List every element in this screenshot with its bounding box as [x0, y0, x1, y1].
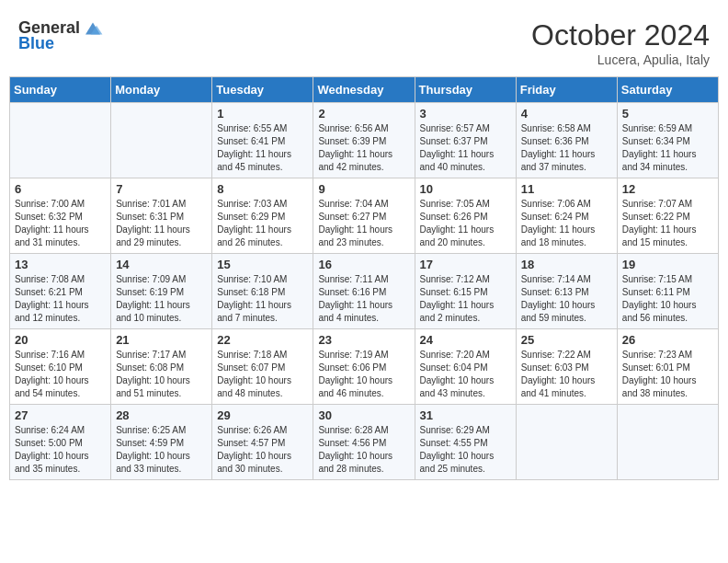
weekday-wednesday: Wednesday — [313, 77, 415, 103]
day-info: Sunrise: 7:10 AM Sunset: 6:18 PM Dayligh… — [217, 273, 308, 325]
day-number: 22 — [217, 333, 308, 347]
day-info: Sunrise: 7:22 AM Sunset: 6:03 PM Dayligh… — [521, 349, 612, 400]
day-info: Sunrise: 7:04 AM Sunset: 6:27 PM Dayligh… — [318, 198, 409, 249]
day-number: 13 — [15, 258, 106, 271]
calendar-cell: 18Sunrise: 7:14 AM Sunset: 6:13 PM Dayli… — [516, 254, 617, 329]
calendar-cell: 17Sunrise: 7:12 AM Sunset: 6:15 PM Dayli… — [415, 254, 516, 329]
day-number: 2 — [318, 107, 409, 121]
page-header: General Blue October 2024 Lucera, Apulia… — [9, 9, 719, 72]
day-info: Sunrise: 7:12 AM Sunset: 6:15 PM Dayligh… — [420, 273, 511, 325]
day-info: Sunrise: 7:03 AM Sunset: 6:29 PM Dayligh… — [217, 198, 308, 249]
calendar-cell: 1Sunrise: 6:55 AM Sunset: 6:41 PM Daylig… — [212, 103, 313, 178]
calendar-cell: 3Sunrise: 6:57 AM Sunset: 6:37 PM Daylig… — [415, 103, 516, 178]
weekday-thursday: Thursday — [415, 77, 516, 103]
calendar-cell: 4Sunrise: 6:58 AM Sunset: 6:36 PM Daylig… — [516, 103, 617, 178]
day-number: 29 — [217, 408, 308, 422]
calendar-cell — [617, 405, 718, 480]
day-info: Sunrise: 6:25 AM Sunset: 4:59 PM Dayligh… — [116, 424, 207, 476]
logo-icon — [82, 19, 104, 38]
calendar-cell: 10Sunrise: 7:05 AM Sunset: 6:26 PM Dayli… — [415, 178, 516, 254]
day-info: Sunrise: 7:16 AM Sunset: 6:10 PM Dayligh… — [15, 349, 106, 400]
day-info: Sunrise: 7:14 AM Sunset: 6:13 PM Dayligh… — [521, 273, 612, 325]
calendar-cell: 2Sunrise: 6:56 AM Sunset: 6:39 PM Daylig… — [313, 103, 415, 178]
day-number: 11 — [521, 182, 612, 196]
week-row-5: 27Sunrise: 6:24 AM Sunset: 5:00 PM Dayli… — [10, 405, 719, 480]
day-info: Sunrise: 7:05 AM Sunset: 6:26 PM Dayligh… — [420, 198, 511, 249]
day-info: Sunrise: 7:23 AM Sunset: 6:01 PM Dayligh… — [622, 349, 713, 400]
calendar-cell: 30Sunrise: 6:28 AM Sunset: 4:56 PM Dayli… — [313, 405, 415, 480]
calendar-cell — [516, 405, 617, 480]
calendar-cell — [111, 103, 212, 178]
calendar-cell: 29Sunrise: 6:26 AM Sunset: 4:57 PM Dayli… — [212, 405, 313, 480]
weekday-header-row: SundayMondayTuesdayWednesdayThursdayFrid… — [10, 77, 719, 103]
day-info: Sunrise: 6:26 AM Sunset: 4:57 PM Dayligh… — [217, 424, 308, 476]
day-number: 26 — [622, 333, 713, 347]
day-number: 9 — [318, 182, 409, 196]
day-number: 5 — [622, 107, 713, 121]
day-info: Sunrise: 6:58 AM Sunset: 6:36 PM Dayligh… — [521, 122, 612, 174]
day-number: 20 — [15, 333, 106, 347]
calendar-table: SundayMondayTuesdayWednesdayThursdayFrid… — [9, 76, 719, 480]
calendar-cell: 5Sunrise: 6:59 AM Sunset: 6:34 PM Daylig… — [617, 103, 718, 178]
day-info: Sunrise: 7:15 AM Sunset: 6:11 PM Dayligh… — [622, 273, 713, 325]
calendar-cell: 16Sunrise: 7:11 AM Sunset: 6:16 PM Dayli… — [313, 254, 415, 329]
calendar-cell: 20Sunrise: 7:16 AM Sunset: 6:10 PM Dayli… — [10, 329, 111, 405]
day-number: 16 — [318, 258, 409, 271]
day-number: 15 — [217, 258, 308, 271]
calendar-cell: 9Sunrise: 7:04 AM Sunset: 6:27 PM Daylig… — [313, 178, 415, 254]
day-info: Sunrise: 6:29 AM Sunset: 4:55 PM Dayligh… — [420, 424, 511, 476]
day-info: Sunrise: 7:06 AM Sunset: 6:24 PM Dayligh… — [521, 198, 612, 249]
day-number: 18 — [521, 258, 612, 271]
calendar-cell: 13Sunrise: 7:08 AM Sunset: 6:21 PM Dayli… — [10, 254, 111, 329]
calendar-cell: 8Sunrise: 7:03 AM Sunset: 6:29 PM Daylig… — [212, 178, 313, 254]
day-info: Sunrise: 7:18 AM Sunset: 6:07 PM Dayligh… — [217, 349, 308, 400]
calendar-cell: 26Sunrise: 7:23 AM Sunset: 6:01 PM Dayli… — [617, 329, 718, 405]
day-info: Sunrise: 6:55 AM Sunset: 6:41 PM Dayligh… — [217, 122, 308, 174]
weekday-friday: Friday — [516, 77, 617, 103]
week-row-1: 1Sunrise: 6:55 AM Sunset: 6:41 PM Daylig… — [10, 103, 719, 178]
week-row-3: 13Sunrise: 7:08 AM Sunset: 6:21 PM Dayli… — [10, 254, 719, 329]
day-number: 8 — [217, 182, 308, 196]
weekday-monday: Monday — [111, 77, 212, 103]
day-number: 28 — [116, 408, 207, 422]
day-info: Sunrise: 7:07 AM Sunset: 6:22 PM Dayligh… — [622, 198, 713, 249]
day-number: 19 — [622, 258, 713, 271]
logo: General Blue — [18, 18, 104, 53]
day-number: 1 — [217, 107, 308, 121]
calendar-body: 1Sunrise: 6:55 AM Sunset: 6:41 PM Daylig… — [10, 103, 719, 480]
calendar-cell: 21Sunrise: 7:17 AM Sunset: 6:08 PM Dayli… — [111, 329, 212, 405]
day-number: 7 — [116, 182, 207, 196]
day-number: 31 — [420, 408, 511, 422]
calendar-cell: 14Sunrise: 7:09 AM Sunset: 6:19 PM Dayli… — [111, 254, 212, 329]
day-number: 17 — [420, 258, 511, 271]
calendar-cell: 24Sunrise: 7:20 AM Sunset: 6:04 PM Dayli… — [415, 329, 516, 405]
calendar-cell: 23Sunrise: 7:19 AM Sunset: 6:06 PM Dayli… — [313, 329, 415, 405]
day-info: Sunrise: 6:28 AM Sunset: 4:56 PM Dayligh… — [318, 424, 409, 476]
weekday-tuesday: Tuesday — [212, 77, 313, 103]
day-number: 24 — [420, 333, 511, 347]
day-info: Sunrise: 6:24 AM Sunset: 5:00 PM Dayligh… — [15, 424, 106, 476]
day-info: Sunrise: 7:20 AM Sunset: 6:04 PM Dayligh… — [420, 349, 511, 400]
day-number: 10 — [420, 182, 511, 196]
day-info: Sunrise: 7:01 AM Sunset: 6:31 PM Dayligh… — [116, 198, 207, 249]
day-number: 25 — [521, 333, 612, 347]
calendar-cell: 28Sunrise: 6:25 AM Sunset: 4:59 PM Dayli… — [111, 405, 212, 480]
day-number: 3 — [420, 107, 511, 121]
calendar-cell: 19Sunrise: 7:15 AM Sunset: 6:11 PM Dayli… — [617, 254, 718, 329]
day-number: 23 — [318, 333, 409, 347]
day-info: Sunrise: 7:08 AM Sunset: 6:21 PM Dayligh… — [15, 273, 106, 325]
calendar-cell: 25Sunrise: 7:22 AM Sunset: 6:03 PM Dayli… — [516, 329, 617, 405]
calendar-cell: 7Sunrise: 7:01 AM Sunset: 6:31 PM Daylig… — [111, 178, 212, 254]
day-number: 12 — [622, 182, 713, 196]
day-info: Sunrise: 7:17 AM Sunset: 6:08 PM Dayligh… — [116, 349, 207, 400]
calendar-cell: 22Sunrise: 7:18 AM Sunset: 6:07 PM Dayli… — [212, 329, 313, 405]
month-title: October 2024 — [531, 18, 710, 52]
week-row-4: 20Sunrise: 7:16 AM Sunset: 6:10 PM Dayli… — [10, 329, 719, 405]
day-number: 30 — [318, 408, 409, 422]
day-number: 4 — [521, 107, 612, 121]
day-number: 21 — [116, 333, 207, 347]
day-info: Sunrise: 7:11 AM Sunset: 6:16 PM Dayligh… — [318, 273, 409, 325]
day-info: Sunrise: 7:00 AM Sunset: 6:32 PM Dayligh… — [15, 198, 106, 249]
calendar-cell — [10, 103, 111, 178]
weekday-sunday: Sunday — [10, 77, 111, 103]
